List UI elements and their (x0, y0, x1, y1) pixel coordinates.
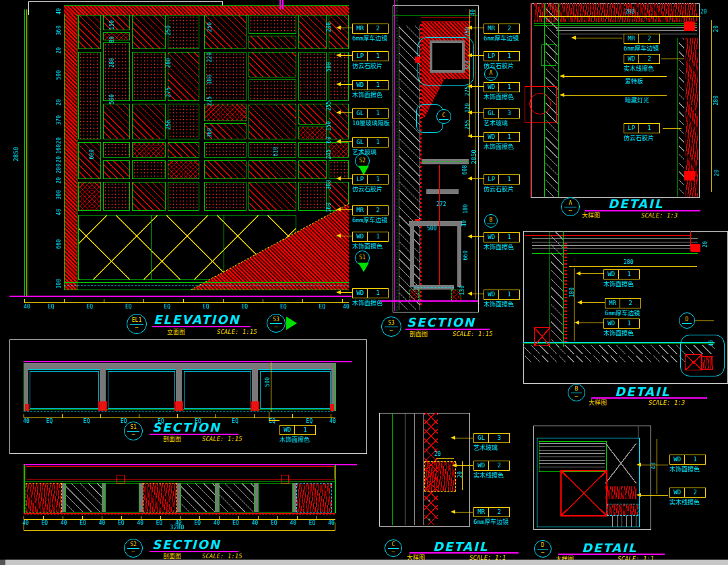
panel (204, 160, 246, 179)
leader-line (579, 323, 603, 323)
dim: 250 (166, 26, 172, 35)
panel (103, 142, 130, 158)
panel (168, 52, 199, 101)
dim: EQ (184, 521, 211, 526)
dim: 610 (273, 147, 279, 156)
dim: 500 (265, 377, 271, 387)
title-underline (585, 210, 700, 211)
title-underline (150, 434, 238, 435)
backer-strip (679, 38, 684, 197)
panel (204, 104, 246, 121)
material-tag: WD1木饰面擦色 (603, 319, 640, 337)
title-underline (405, 329, 490, 330)
leader-arrow-icon (451, 510, 455, 514)
dim: 660 (463, 251, 469, 260)
dim: 150 (110, 20, 115, 30)
line (421, 18, 471, 18)
dotted-strip (564, 241, 567, 342)
leader-line (472, 136, 484, 137)
dim: 220 (207, 53, 213, 62)
dim: 40 (288, 521, 298, 526)
panel (249, 15, 296, 34)
bay-panel (184, 371, 251, 409)
title-underline (558, 554, 665, 555)
section-cut-arrow-icon (358, 166, 369, 175)
line (405, 413, 405, 525)
dim-line (24, 523, 24, 530)
dim-total: 2850 (13, 147, 20, 162)
dim: 255 (465, 120, 471, 129)
dim: 40 (328, 419, 337, 424)
material-note: 暗藏灯光 (625, 98, 649, 104)
wall-line (24, 9, 25, 296)
plain-panel (258, 483, 293, 512)
dim: 250 (207, 22, 213, 32)
leader-arrow-icon (336, 26, 341, 30)
dim: 280 (625, 9, 634, 15)
line (26, 466, 335, 467)
dim: EQ (261, 521, 288, 526)
leader-line (661, 59, 684, 59)
panel (78, 52, 101, 139)
dim-line (657, 439, 657, 494)
dim: 40 (57, 8, 62, 15)
foot-hatch (409, 290, 419, 301)
wood-panel (26, 483, 62, 512)
dim: 160 (327, 203, 332, 212)
wood-grain-block (607, 504, 638, 516)
view-ref-bubble: S1– (124, 422, 143, 440)
panel (132, 182, 166, 211)
panel (168, 15, 199, 49)
panel (329, 52, 349, 101)
wall-line (394, 0, 395, 311)
panel (103, 160, 130, 179)
dim: 280 (624, 260, 633, 265)
panel (132, 160, 166, 179)
leader-arrow-icon (560, 93, 564, 97)
view-ref-bubble: B– (568, 384, 585, 401)
dim: 100 (57, 279, 62, 288)
foot (174, 401, 183, 411)
leader-arrow-icon (467, 292, 472, 296)
dim: EQ (148, 304, 187, 310)
dim-line (711, 20, 712, 192)
panel (132, 15, 166, 49)
section-ref: S3 (273, 317, 279, 323)
line (24, 513, 335, 514)
panel (298, 160, 327, 179)
view-title: ELEVATION (154, 314, 240, 326)
view-ref-bubble: S2– (124, 539, 143, 558)
end-post (24, 465, 25, 513)
end-post (335, 465, 336, 513)
dim-line (335, 523, 335, 530)
panel (103, 104, 130, 139)
dim: 200 (57, 164, 62, 173)
leader-line (341, 28, 352, 28)
wood-grain-block (424, 461, 456, 492)
foot (330, 404, 334, 411)
cad-drawing-canvas[interactable]: 40 360 20 500 20 370 20 160 20 200 20 30… (0, 0, 728, 565)
material-tag: GL3艺术玻璃 (473, 433, 510, 451)
dim: 130 (460, 286, 465, 295)
dim-line (539, 16, 700, 17)
material-tag: LP1仿云石胶片 (484, 174, 520, 193)
mullion (216, 483, 219, 512)
view-title: DETAIL (608, 198, 663, 210)
line (558, 3, 559, 197)
detail-ref-bubble: D (679, 312, 695, 329)
panel (132, 142, 166, 158)
material-tag: LP1仿云石胶片 (624, 123, 660, 141)
dim: 40 (22, 419, 31, 424)
material-tag: WD2实木线擦色 (669, 488, 706, 506)
panel (249, 36, 296, 49)
leader-line (564, 95, 667, 96)
section-cut-arrow-icon (286, 317, 297, 330)
leader-arrow-icon (336, 110, 341, 114)
dim: 200 (327, 22, 332, 32)
material-tag: MR26mm厚车边镜 (484, 24, 520, 42)
layered-board (539, 442, 605, 470)
dot (428, 519, 430, 521)
view-ref-bubble: A– (561, 197, 580, 216)
leader-line (472, 178, 484, 179)
dim: 160 (57, 144, 62, 154)
